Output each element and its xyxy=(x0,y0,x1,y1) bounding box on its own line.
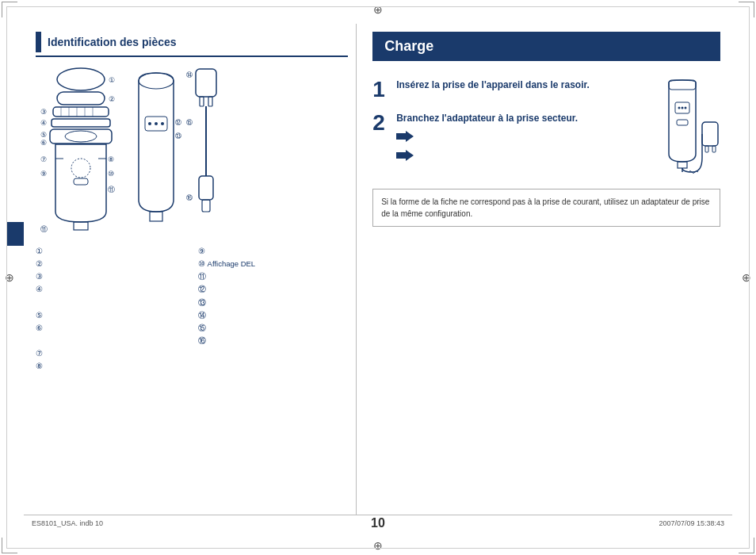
step-1: 1 Insérez la prise de l'appareil dans le… xyxy=(372,78,637,101)
step-2-number: 2 xyxy=(372,112,388,134)
svg-rect-37 xyxy=(200,97,204,106)
part-item-16: ⑯ xyxy=(198,335,349,347)
svg-text:①: ① xyxy=(109,76,115,84)
diagram-row: ① ② ③ xyxy=(36,65,348,239)
svg-text:⑪: ⑪ xyxy=(40,225,48,233)
part-item-spacer2 xyxy=(36,335,186,347)
svg-point-30 xyxy=(148,122,151,125)
parts-list-left: ① ② ③ ④ ⑤ ⑥ ⑦ ⑧ xyxy=(36,245,186,373)
part-item-10: ⑩ Affichage DEL xyxy=(198,258,349,270)
charge-header: Charge xyxy=(372,32,720,61)
page-number: 10 xyxy=(371,516,385,530)
svg-text:⑭: ⑭ xyxy=(186,71,193,78)
svg-text:③: ③ xyxy=(40,108,47,116)
left-section-header: Identification des pièces xyxy=(36,32,348,57)
svg-point-31 xyxy=(155,122,158,125)
part-item-13: ⑬ xyxy=(198,297,349,309)
svg-text:⑮: ⑮ xyxy=(186,119,193,126)
svg-rect-18 xyxy=(74,178,88,185)
footer-left-text: ES8101_USA. indb 10 xyxy=(32,519,103,527)
svg-rect-57 xyxy=(712,146,716,152)
svg-point-51 xyxy=(684,107,686,109)
svg-point-32 xyxy=(161,122,164,125)
part-item-9: ⑨ xyxy=(198,245,349,258)
part-item-12: ⑫ xyxy=(198,283,349,296)
plug-arrow-icon xyxy=(396,130,414,143)
svg-marker-45 xyxy=(396,131,414,142)
svg-text:②: ② xyxy=(109,95,115,103)
svg-text:⑥: ⑥ xyxy=(40,139,47,147)
header-bar-left xyxy=(36,32,41,52)
svg-rect-56 xyxy=(705,146,708,152)
svg-point-28 xyxy=(139,73,174,89)
svg-text:⑬: ⑬ xyxy=(175,132,181,140)
svg-rect-41 xyxy=(202,200,210,212)
svg-text:⑯: ⑯ xyxy=(186,194,193,201)
part-item-2: ② xyxy=(36,258,186,270)
svg-rect-11 xyxy=(52,119,110,127)
svg-point-50 xyxy=(681,107,683,109)
left-column: Identification des pièces ① ② xyxy=(24,24,357,515)
part-item-11: ⑪ xyxy=(198,270,349,283)
connection-arrow-icon xyxy=(396,149,414,162)
note-box: Si la forme de la fiche ne correspond pa… xyxy=(372,189,720,227)
svg-text:④: ④ xyxy=(40,119,47,127)
svg-rect-47 xyxy=(669,80,696,90)
part-item-spacer xyxy=(36,297,186,309)
shaver-diagram: ① ② ③ xyxy=(36,65,127,239)
part-item-8: ⑧ xyxy=(36,360,186,373)
svg-text:⑫: ⑫ xyxy=(175,119,181,126)
assembled-diagram: ⑫ ⑬ xyxy=(131,65,182,239)
svg-rect-52 xyxy=(677,120,688,125)
svg-text:⑨: ⑨ xyxy=(40,170,47,178)
svg-text:⑧: ⑧ xyxy=(108,155,114,163)
part-item-14: ⑭ xyxy=(198,309,349,322)
charge-title: Charge xyxy=(384,38,433,55)
footer-right-text: 2007/07/09 15:38:43 xyxy=(659,519,724,527)
plug-symbol-row xyxy=(396,130,578,143)
step-2: 2 Branchez l'adaptateur à la prise secte… xyxy=(372,112,637,143)
step-2-text: Branchez l'adaptateur à la prise secteur… xyxy=(396,112,578,125)
left-section-title: Identification des pièces xyxy=(48,36,177,48)
svg-text:⑩: ⑩ xyxy=(108,170,114,178)
svg-rect-26 xyxy=(74,222,88,230)
step-1-number: 1 xyxy=(372,78,388,101)
svg-rect-36 xyxy=(196,69,216,97)
svg-point-0 xyxy=(57,68,105,90)
part-item-7: ⑦ xyxy=(36,347,186,360)
svg-text:⑤: ⑤ xyxy=(40,131,47,139)
svg-text:⑪: ⑪ xyxy=(108,186,115,193)
svg-point-14 xyxy=(65,131,97,142)
svg-point-49 xyxy=(678,107,680,109)
right-column: Charge 1 Insérez la prise de l'appareil … xyxy=(357,24,732,515)
svg-text:⑦: ⑦ xyxy=(40,155,47,163)
charging-diagram xyxy=(645,78,720,177)
connection-arrow xyxy=(396,149,637,162)
steps-container: 1 Insérez la prise de l'appareil dans le… xyxy=(372,78,637,162)
svg-point-17 xyxy=(71,159,90,178)
charge-content: 1 Insérez la prise de l'appareil dans le… xyxy=(372,78,720,177)
part-item-5: ⑤ xyxy=(36,309,186,322)
part-item-6: ⑥ xyxy=(36,322,186,335)
svg-marker-46 xyxy=(396,150,414,161)
footer: ES8101_USA. indb 10 10 2007/07/09 15:38:… xyxy=(24,515,732,531)
svg-rect-2 xyxy=(57,92,105,105)
svg-rect-13 xyxy=(50,129,112,144)
svg-rect-35 xyxy=(150,212,162,221)
parts-list-right: ⑨ ⑩ Affichage DEL ⑪ ⑫ ⑬ ⑭ ⑮ ⑯ xyxy=(198,245,349,373)
part-item-1: ① xyxy=(36,245,186,258)
note-text: Si la forme de la fiche ne correspond pa… xyxy=(381,196,712,220)
accessories-diagram: ⑭ ⑮ ⑯ xyxy=(186,65,226,239)
part-item-3: ③ xyxy=(36,270,186,283)
part-item-15: ⑮ xyxy=(198,322,349,335)
svg-rect-4 xyxy=(53,107,109,117)
svg-rect-53 xyxy=(678,162,687,168)
part-item-4: ④ xyxy=(36,283,186,296)
svg-rect-40 xyxy=(199,176,213,200)
step-1-text: Insérez la prise de l'appareil dans le r… xyxy=(396,78,590,92)
svg-rect-38 xyxy=(208,97,212,106)
svg-rect-55 xyxy=(702,122,718,146)
parts-list: ① ② ③ ④ ⑤ ⑥ ⑦ ⑧ ⑨ ⑩ Affichage DEL xyxy=(36,245,348,373)
